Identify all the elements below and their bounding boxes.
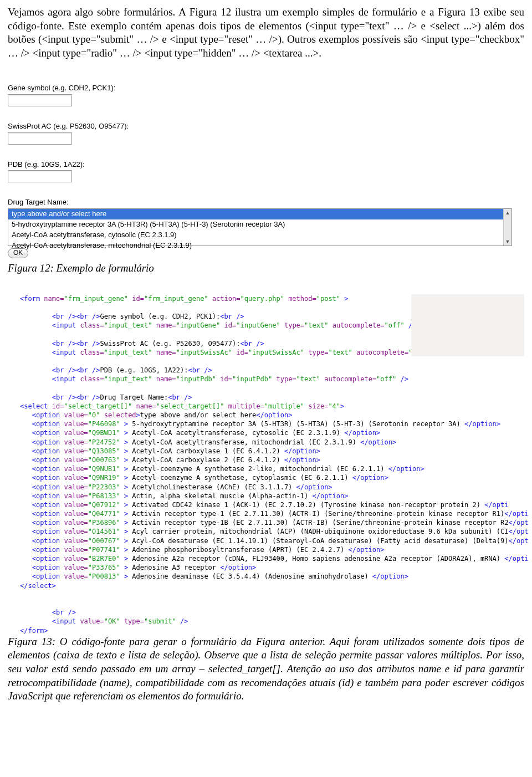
scrollbar[interactable]: ▲ ▼ bbox=[503, 209, 511, 246]
label-pdb: PDB (e.g. 10GS, 1A22): bbox=[8, 160, 524, 170]
figure-13-caption: Figura 13: O código-fonte para gerar o f… bbox=[8, 635, 524, 703]
scroll-down-icon[interactable]: ▼ bbox=[504, 238, 511, 246]
select-option[interactable]: Acetyl-CoA acetyltransferase, cytosolic … bbox=[8, 230, 511, 241]
select-option[interactable]: 5-hydroxytryptamine receptor 3A (5-HT3R)… bbox=[8, 219, 511, 230]
code-shadow bbox=[411, 294, 524, 356]
figure-12-form: Gene symbol (e.g. CDH2, PCK1): SwissProt… bbox=[8, 84, 524, 258]
select-option[interactable]: type above and/or select here bbox=[8, 209, 511, 219]
figure-12-caption: Figura 12: Exemplo de formulário bbox=[8, 262, 524, 275]
label-gene: Gene symbol (e.g. CDH2, PCK1): bbox=[8, 84, 524, 93]
label-swiss: SwissProt AC (e.g. P52630, O95477): bbox=[8, 122, 524, 131]
label-target: Drug Target Name: bbox=[8, 198, 524, 207]
input-swiss[interactable] bbox=[8, 132, 72, 145]
select-option[interactable]: Acetyl-CoA acetyltransferase, mitochondr… bbox=[8, 241, 511, 251]
input-pdb[interactable] bbox=[8, 170, 72, 182]
scroll-up-icon[interactable]: ▲ bbox=[504, 209, 511, 217]
input-gene[interactable] bbox=[8, 94, 72, 106]
select-target[interactable]: type above and/or select here 5-hydroxyt… bbox=[8, 208, 512, 246]
intro-paragraph: Vejamos agora algo sobre formulários. A … bbox=[8, 6, 524, 60]
